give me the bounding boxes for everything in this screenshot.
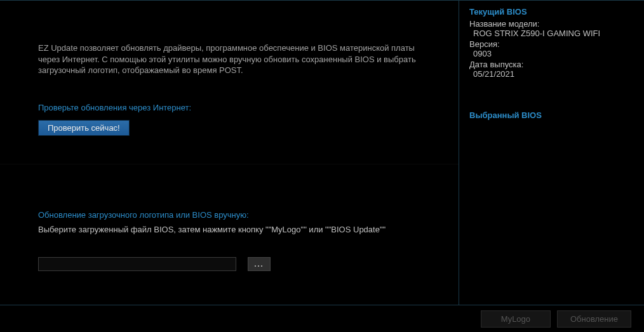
manual-update-description: Выберите загруженный файл BIOS, затем на… [38,225,420,234]
left-panel: EZ Update позволяет обновлять драйверы, … [0,0,459,305]
version-label: Версия: [469,39,634,49]
selected-bios-heading: Выбранный BIOS [469,110,634,120]
browse-button[interactable]: ... [248,257,271,271]
bios-file-input[interactable] [38,257,236,271]
manual-update-label: Обновление загрузочного логотипа или BIO… [38,210,420,220]
version-value: 0903 [473,49,634,58]
manual-update-section: Обновление загрузочного логотипа или BIO… [0,164,459,305]
right-panel: Текущий BIOS Название модели: ROG STRIX … [459,0,644,305]
mylogo-button[interactable]: MyLogo [481,310,551,328]
footer-bar: MyLogo Обновление [0,305,644,332]
check-updates-label: Проверьте обновления через Интернет: [38,103,420,112]
release-date-label: Дата выпуска: [469,60,634,69]
main-container: EZ Update позволяет обновлять драйверы, … [0,0,644,305]
file-picker-row: ... [38,257,420,271]
model-value: ROG STRIX Z590-I GAMING WIFI [473,29,634,38]
update-button[interactable]: Обновление [557,310,631,328]
check-now-button[interactable]: Проверить сейчас! [38,120,130,136]
current-bios-heading: Текущий BIOS [469,7,634,17]
app-description: EZ Update позволяет обновлять драйверы, … [38,43,420,76]
model-label: Название модели: [469,19,634,29]
internet-update-section: EZ Update позволяет обновлять драйверы, … [0,1,459,164]
current-bios-block: Текущий BIOS Название модели: ROG STRIX … [469,7,634,79]
release-date-value: 05/21/2021 [473,69,634,79]
